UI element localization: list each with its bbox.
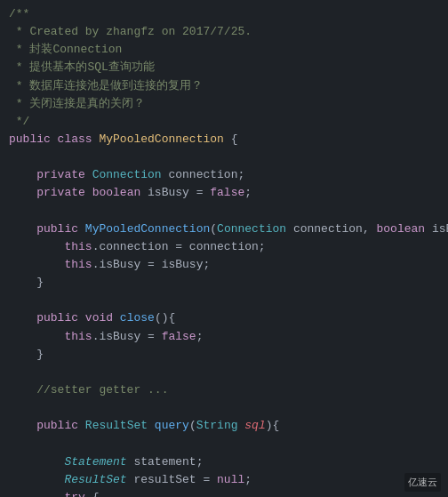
code-line: * 数据库连接池是做到连接的复用？: [9, 77, 448, 95]
code-line: /**: [9, 5, 448, 23]
watermark: 亿速云: [404, 473, 441, 492]
code-line: public class MyPooledConnection {: [9, 131, 448, 148]
code-line: */: [9, 113, 448, 131]
code-line: [9, 148, 448, 166]
code-line: * 封装Connection: [9, 41, 448, 59]
code-line: private Connection connection;: [9, 166, 448, 184]
code-line: * 关闭连接是真的关闭？: [9, 95, 448, 113]
code-line: //setter getter ...: [9, 381, 448, 399]
code-line: public MyPooledConnection(Connection con…: [9, 220, 448, 238]
code-line: ResultSet resultSet = null;: [9, 471, 448, 489]
code-line: public void close(){: [9, 309, 448, 327]
code-line: [9, 203, 448, 220]
code-line: [9, 399, 448, 417]
code-line: public ResultSet query(String sql){: [9, 417, 448, 435]
code-line: }: [9, 274, 448, 292]
code-line: private boolean isBusy = false;: [9, 184, 448, 202]
code-editor: /** * Created by zhangfz on 2017/7/25. *…: [0, 0, 448, 497]
code-line: this.connection = connection;: [9, 238, 448, 256]
code-line: * 提供基本的SQL查询功能: [9, 59, 448, 76]
code-line: this.isBusy = false;: [9, 328, 448, 346]
code-line: }: [9, 346, 448, 364]
code-line: [9, 364, 448, 381]
code-line: Statement statement;: [9, 453, 448, 471]
code-line: this.isBusy = isBusy;: [9, 256, 448, 274]
code-line: try {: [9, 489, 448, 497]
code-line: * Created by zhangfz on 2017/7/25.: [9, 23, 448, 41]
code-line: [9, 292, 448, 309]
code-line: [9, 435, 448, 453]
